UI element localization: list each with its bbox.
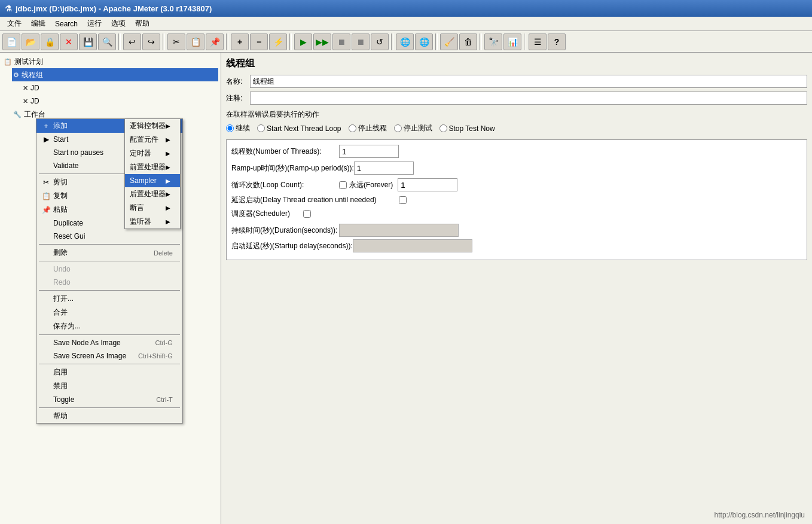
ctx-redo-label: Redo — [53, 278, 71, 287]
ctx-help[interactable]: 帮助 — [36, 409, 182, 423]
menu-search[interactable]: Search — [50, 19, 83, 29]
toolbar-reset[interactable]: ↺ — [371, 33, 389, 50]
ctx2-logic[interactable]: 逻辑控制器 ▶ — [125, 119, 180, 133]
ctx2-sampler[interactable]: Sampler ▶ — [125, 174, 180, 187]
tree-testplan[interactable]: 📋 测试计划 — [2, 55, 218, 68]
menu-file[interactable]: 文件 — [2, 17, 26, 30]
ctx2-timer-label: 定时器 — [130, 148, 151, 159]
toolbar-collapse[interactable]: − — [250, 33, 268, 50]
menu-options[interactable]: 选项 — [106, 17, 130, 30]
panel-title: 线程组 — [226, 57, 807, 70]
sep-ctx6 — [39, 364, 180, 364]
scheduler-label: 调度器(Scheduler) — [231, 209, 303, 219]
sep3 — [226, 33, 228, 50]
duration-input[interactable] — [339, 224, 459, 237]
toolbar-expand[interactable]: + — [231, 33, 249, 50]
radio-next-thread[interactable]: Start Next Thread Loop — [257, 124, 341, 133]
ctx-del-label: 删除 — [53, 248, 68, 258]
ctx-rg-icon — [41, 231, 51, 241]
tree-worktable-label: 工作台 — [24, 109, 45, 120]
ctx2-listener-arrow: ▶ — [166, 218, 170, 225]
ctx-open-label: 打开... — [53, 294, 74, 304]
radio-stop-test-now[interactable]: Stop Test Now — [439, 124, 495, 133]
toolbar-undo[interactable]: ↩ — [123, 33, 141, 50]
toolbar-lock[interactable]: 🔒 — [41, 33, 59, 50]
radio-continue-input[interactable] — [226, 124, 234, 132]
ctx-open[interactable]: 打开... — [36, 292, 182, 306]
menu-edit[interactable]: 编辑 — [26, 17, 50, 30]
radio-stop-thread-input[interactable] — [349, 124, 356, 132]
tree-jdbc1[interactable]: ✕ JD — [22, 81, 218, 95]
comment-input[interactable] — [250, 92, 807, 105]
radio-continue[interactable]: 继续 — [226, 123, 250, 133]
radio-stop-thread[interactable]: 停止线程 — [349, 123, 387, 133]
tree-threadgroup[interactable]: ⚙ 线程组 — [12, 68, 218, 81]
ctx2-post-label: 后置处理器 — [130, 189, 166, 199]
ctx2-listener[interactable]: 监听器 ▶ — [125, 215, 180, 229]
ctx-delete[interactable]: 删除 Delete — [36, 246, 182, 260]
toolbar-help[interactable]: ? — [548, 33, 566, 50]
radio-next-thread-input[interactable] — [257, 124, 265, 132]
name-label: 名称: — [226, 77, 248, 87]
ctx2-assertion[interactable]: 断言 ▶ — [125, 201, 180, 215]
toolbar-remote2[interactable]: 🌐 — [415, 33, 433, 50]
loop-label: 循环次数(Loop Count): — [231, 180, 339, 190]
menu-help[interactable]: 帮助 — [130, 17, 154, 30]
name-input[interactable] — [250, 75, 807, 88]
ctx-merge[interactable]: 合并 — [36, 306, 182, 319]
ctx2-listener-label: 监听器 — [130, 217, 151, 227]
toolbar-run[interactable]: ▶ — [294, 33, 312, 50]
toolbar-new[interactable]: 📄 — [2, 33, 20, 50]
toolbar-clear1[interactable]: 🧹 — [440, 33, 458, 50]
startup-delay-input[interactable] — [353, 239, 472, 252]
scheduler-checkbox[interactable] — [303, 210, 311, 218]
ctx-redo-icon — [41, 278, 51, 287]
toolbar-search[interactable]: 🔍 — [98, 33, 116, 50]
ctx2-config[interactable]: 配置元件 ▶ — [125, 133, 180, 147]
toolbar-close[interactable]: ✕ — [60, 33, 78, 50]
ctx-save-screen-img[interactable]: Save Screen As Image Ctrl+Shift-G — [36, 349, 182, 362]
toolbar-remote[interactable]: ⚡ — [269, 33, 287, 50]
delay-start-label: 延迟启动(Delay Thread creation until needed) — [231, 195, 399, 205]
menu-run[interactable]: 运行 — [83, 17, 106, 30]
loop-input[interactable] — [398, 178, 457, 191]
thread-count-input[interactable] — [339, 145, 399, 158]
tree-threadgroup-icon: ⚙ — [13, 71, 19, 79]
ctx-rg-label: Reset Gui — [53, 232, 85, 240]
ctx-disable[interactable]: 禁用 — [36, 379, 182, 393]
ctx-resetgui[interactable]: Reset Gui — [36, 230, 182, 243]
toolbar-open[interactable]: 📂 — [22, 33, 39, 50]
toolbar-binoculars[interactable]: 🔭 — [484, 33, 502, 50]
toolbar-stop-all[interactable]: ⏹ — [352, 33, 370, 50]
radio-stop-test-now-input[interactable] — [439, 124, 447, 132]
ctx-snp-label: Start no pauses — [53, 148, 103, 157]
ctx2-postprocessor[interactable]: 后置处理器 ▶ — [125, 187, 180, 201]
toolbar-copy[interactable]: 📋 — [187, 33, 204, 50]
toolbar-stop[interactable]: ⏹ — [332, 33, 350, 50]
toolbar-redo[interactable]: ↪ — [142, 33, 160, 50]
delay-start-checkbox[interactable] — [399, 196, 407, 204]
toolbar-remote1[interactable]: 🌐 — [396, 33, 414, 50]
ctx-en-icon — [41, 368, 51, 377]
radio-stop-test-input[interactable] — [394, 124, 402, 132]
ctx2-timer[interactable]: 定时器 ▶ — [125, 147, 180, 160]
ctx-paste-icon: 📌 — [41, 205, 51, 215]
sep2 — [163, 33, 165, 50]
toolbar-clear2[interactable]: 🗑 — [459, 33, 477, 50]
ctx-enable[interactable]: 启用 — [36, 365, 182, 379]
thread-count-label: 线程数(Number of Threads): — [231, 147, 339, 157]
forever-checkbox[interactable] — [339, 181, 347, 189]
toolbar-list[interactable]: ☰ — [529, 33, 547, 50]
radio-stop-test[interactable]: 停止测试 — [394, 123, 432, 133]
ctx-saveas[interactable]: 保存为... — [36, 319, 182, 333]
ctx-toggle[interactable]: Toggle Ctrl-T — [36, 393, 182, 406]
ramp-input[interactable] — [354, 162, 414, 175]
toolbar-report[interactable]: 📊 — [503, 33, 521, 50]
toolbar-run-all[interactable]: ▶▶ — [313, 33, 331, 50]
ctx-save-node-img[interactable]: Save Node As Image Ctrl-G — [36, 336, 182, 349]
ctx2-preprocessor[interactable]: 前置处理器 ▶ — [125, 160, 180, 174]
tree-jdbc2[interactable]: ✕ JD — [22, 95, 218, 108]
toolbar-cut[interactable]: ✂ — [167, 33, 185, 50]
toolbar-save[interactable]: 💾 — [79, 33, 97, 50]
toolbar-paste[interactable]: 📌 — [206, 33, 224, 50]
